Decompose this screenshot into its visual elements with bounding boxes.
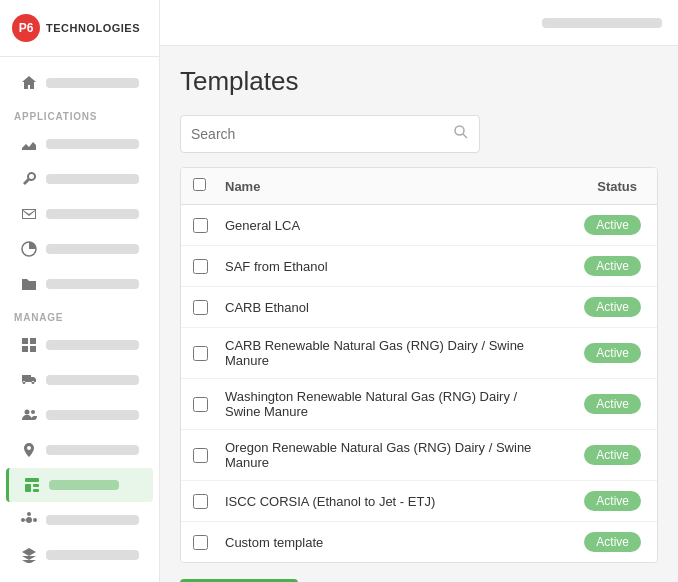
sidebar-item-people-label [46, 410, 139, 420]
row-status: Active [545, 532, 645, 552]
status-badge: Active [584, 491, 641, 511]
templates-icon [23, 476, 41, 494]
svg-rect-3 [22, 346, 28, 352]
location-icon [20, 441, 38, 459]
sidebar-item-truck-label [46, 375, 139, 385]
row-checkbox-cell [193, 346, 225, 361]
row-status: Active [545, 491, 645, 511]
svg-rect-4 [30, 346, 36, 352]
row-status: Active [545, 343, 645, 363]
sidebar-item-location[interactable] [6, 433, 153, 467]
row-checkbox-cell [193, 259, 225, 274]
main-content: Templates Name Status General LCA [160, 0, 678, 582]
svg-rect-8 [25, 484, 31, 492]
svg-rect-9 [33, 484, 39, 487]
column-header-status: Status [545, 179, 645, 194]
top-bar [160, 0, 678, 46]
nav-section-manage: MANAGE [0, 302, 159, 327]
home-icon [20, 74, 38, 92]
row-checkbox[interactable] [193, 259, 208, 274]
svg-rect-10 [33, 489, 39, 492]
sidebar-item-layers-label [46, 550, 139, 560]
row-name: CARB Renewable Natural Gas (RNG) Dairy /… [225, 338, 545, 368]
table-header: Name Status [181, 168, 657, 205]
row-checkbox[interactable] [193, 346, 208, 361]
sidebar-item-analytics-label [46, 139, 139, 149]
status-badge: Active [584, 215, 641, 235]
row-checkbox-cell [193, 397, 225, 412]
content-area: Templates Name Status General LCA [160, 46, 678, 582]
sidebar-item-folder[interactable] [6, 267, 153, 301]
grid-icon [20, 336, 38, 354]
search-input[interactable] [191, 126, 453, 142]
sidebar-item-people[interactable] [6, 398, 153, 432]
status-badge: Active [584, 297, 641, 317]
svg-point-14 [27, 512, 31, 516]
row-checkbox[interactable] [193, 535, 208, 550]
table-row: Custom template Active [181, 522, 657, 562]
people-icon [20, 406, 38, 424]
row-checkbox-cell [193, 300, 225, 315]
row-name: Washington Renewable Natural Gas (RNG) D… [225, 389, 545, 419]
sidebar-item-grid-label [46, 340, 139, 350]
row-checkbox-cell [193, 218, 225, 233]
mail-icon [20, 205, 38, 223]
nav-section-applications: APPLICATIONS [0, 101, 159, 126]
row-name: CARB Ethanol [225, 300, 545, 315]
row-status: Active [545, 297, 645, 317]
svg-rect-7 [25, 478, 39, 482]
sidebar-item-analytics[interactable] [6, 127, 153, 161]
column-header-name: Name [225, 179, 545, 194]
sidebar-item-templates[interactable] [6, 468, 153, 502]
row-checkbox[interactable] [193, 218, 208, 233]
row-name: General LCA [225, 218, 545, 233]
sidebar-item-chart[interactable] [6, 232, 153, 266]
svg-point-6 [31, 410, 35, 414]
row-checkbox[interactable] [193, 494, 208, 509]
diagram-icon [20, 511, 38, 529]
sidebar-item-templates-label [49, 480, 119, 490]
table-row: CARB Renewable Natural Gas (RNG) Dairy /… [181, 328, 657, 379]
table-row: ISCC CORSIA (Ethanol to Jet - ETJ) Activ… [181, 481, 657, 522]
status-badge: Active [584, 343, 641, 363]
header-checkbox-cell [193, 178, 225, 194]
status-badge: Active [584, 256, 641, 276]
sidebar: P6 TECHNOLOGIES APPLICATIONS [0, 0, 160, 582]
row-status: Active [545, 394, 645, 414]
sidebar-item-layers[interactable] [6, 538, 153, 572]
row-checkbox[interactable] [193, 397, 208, 412]
row-name: Oregon Renewable Natural Gas (RNG) Dairy… [225, 440, 545, 470]
svg-rect-2 [30, 338, 36, 344]
row-checkbox-cell [193, 494, 225, 509]
search-icon [453, 124, 469, 144]
sidebar-item-home[interactable] [6, 66, 153, 100]
row-name: Custom template [225, 535, 545, 550]
sidebar-item-location-label [46, 445, 139, 455]
table-row: Washington Renewable Natural Gas (RNG) D… [181, 379, 657, 430]
logo-area: P6 TECHNOLOGIES [0, 0, 159, 57]
sidebar-item-truck[interactable] [6, 363, 153, 397]
row-checkbox[interactable] [193, 300, 208, 315]
sidebar-item-home-label [46, 78, 139, 88]
sidebar-item-tools[interactable] [6, 162, 153, 196]
sidebar-item-mail-label [46, 209, 139, 219]
status-badge: Active [584, 445, 641, 465]
svg-point-17 [455, 126, 464, 135]
sidebar-navigation: APPLICATIONS [0, 57, 159, 582]
sidebar-item-diagram[interactable] [6, 503, 153, 537]
svg-rect-1 [22, 338, 28, 344]
tools-icon [20, 170, 38, 188]
sidebar-item-mail[interactable] [6, 197, 153, 231]
sidebar-item-user[interactable] [6, 573, 153, 582]
sidebar-item-folder-label [46, 279, 139, 289]
logo-badge: P6 [12, 14, 40, 42]
row-status: Active [545, 256, 645, 276]
row-checkbox[interactable] [193, 448, 208, 463]
truck-icon [20, 371, 38, 389]
select-all-checkbox[interactable] [193, 178, 206, 191]
analytics-icon [20, 135, 38, 153]
row-checkbox-cell [193, 448, 225, 463]
sidebar-item-grid[interactable] [6, 328, 153, 362]
table-row: General LCA Active [181, 205, 657, 246]
row-status: Active [545, 445, 645, 465]
